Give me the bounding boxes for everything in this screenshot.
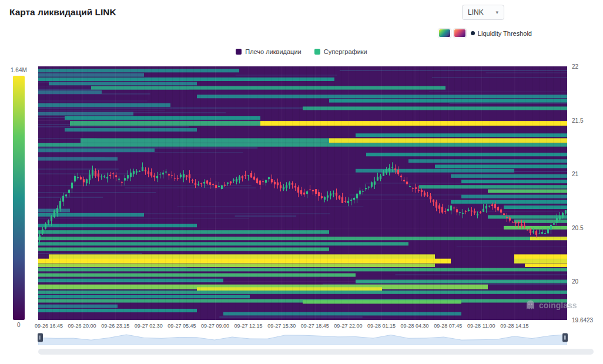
x-axis-tick: 09-27 12:15 xyxy=(235,323,263,329)
x-axis-tick: 09-27 05:45 xyxy=(168,323,196,329)
x-axis-tick: 09-28 07:45 xyxy=(434,323,462,329)
y-axis-tick: 21 xyxy=(572,171,578,177)
y-axis-tick: 22 xyxy=(572,63,578,70)
y-axis-tick: 20.5 xyxy=(572,225,583,231)
liquidity-threshold-legend[interactable]: Liquidity Threshold xyxy=(438,29,532,38)
navigator-area-chart xyxy=(38,330,567,345)
legend-swatch xyxy=(314,49,320,55)
y-axis: 2221.52120.52019.6423 xyxy=(571,66,602,320)
navigator-left-handle[interactable] xyxy=(38,333,43,342)
symbol-select-dropdown[interactable]: LINK ▾ xyxy=(462,5,504,20)
x-axis-tick: 09-28 04:30 xyxy=(401,323,429,329)
navigator-right-handle[interactable] xyxy=(562,333,568,342)
x-axis-tick: 09-27 15:30 xyxy=(267,323,296,329)
magma-gradient-icon xyxy=(454,29,466,38)
viridis-gradient-icon xyxy=(438,29,451,38)
x-axis-tick: 09-26 16:45 xyxy=(35,323,63,329)
chevron-down-icon: ▾ xyxy=(495,9,498,15)
colorbar-max-label: 1.64M xyxy=(11,67,27,73)
colorbar-gradient xyxy=(13,76,25,320)
symbol-select-value: LINK xyxy=(468,8,484,16)
threshold-dot-icon xyxy=(471,31,475,35)
liquidation-heatmap-canvas[interactable] xyxy=(38,66,567,320)
legend-item-supercharts[interactable]: Суперграфики xyxy=(314,48,367,55)
range-navigator[interactable] xyxy=(38,330,567,345)
y-axis-tick: 21.5 xyxy=(572,117,583,124)
liquidation-heatmap-page: Карта ликвидаций LINK LINK ▾ Liquidity T… xyxy=(0,0,603,364)
x-axis-tick: 09-27 18:45 xyxy=(301,323,329,329)
chart-legend: Плечо ликвидации Суперграфики xyxy=(0,48,603,55)
x-axis-tick: 09-28 11:00 xyxy=(467,323,495,329)
y-axis-tick: 20 xyxy=(572,278,578,285)
x-axis-tick: 09-27 09:00 xyxy=(201,323,229,329)
x-axis-tick: 09-26 23:15 xyxy=(101,323,129,329)
x-axis-tick: 09-28 01:15 xyxy=(367,323,396,329)
ghost-icon xyxy=(525,299,536,311)
watermark: coinglass xyxy=(525,299,577,311)
handle-grip-icon xyxy=(39,336,41,340)
x-axis-tick: 09-27 22:00 xyxy=(334,323,362,329)
watermark-text: coinglass xyxy=(539,301,577,310)
legend-swatch xyxy=(236,49,242,55)
x-axis-tick: 09-26 20:00 xyxy=(68,323,96,329)
x-axis-tick: 09-27 02:30 xyxy=(135,323,163,329)
handle-grip-icon xyxy=(564,336,566,340)
navigator-scroll-track[interactable] xyxy=(38,349,594,355)
liquidity-threshold-label: Liquidity Threshold xyxy=(478,30,532,37)
legend-item-liquidation-leverage[interactable]: Плечо ликвидации xyxy=(236,48,301,55)
page-title: Карта ликвидаций LINK xyxy=(9,7,116,18)
x-axis-tick: 09-28 14:15 xyxy=(500,323,528,329)
